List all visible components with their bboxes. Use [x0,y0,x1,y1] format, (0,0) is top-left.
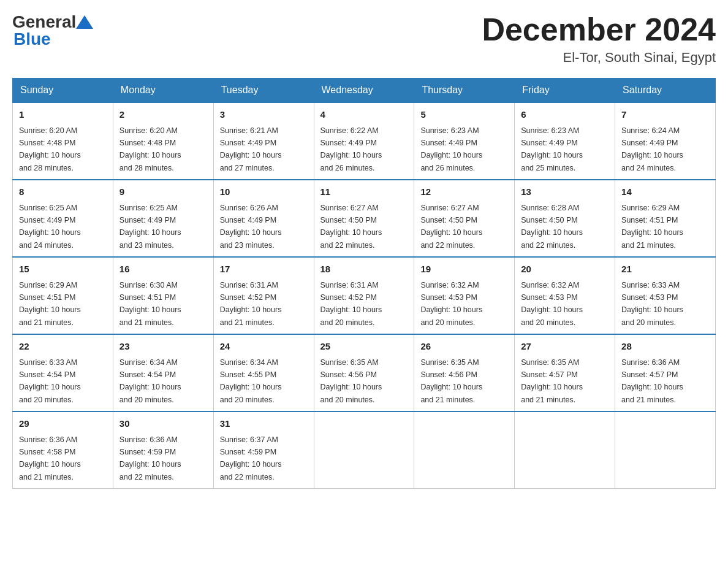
calendar-cell [414,412,515,489]
calendar-cell: 14 Sunrise: 6:29 AMSunset: 4:51 PMDaylig… [615,180,716,257]
day-info: Sunrise: 6:33 AMSunset: 4:54 PMDaylight:… [19,358,81,404]
day-info: Sunrise: 6:27 AMSunset: 4:50 PMDaylight:… [320,204,382,250]
title-section: December 2024 El-Tor, South Sinai, Egypt [482,12,716,66]
calendar-cell: 23 Sunrise: 6:34 AMSunset: 4:54 PMDaylig… [113,334,213,412]
calendar-cell: 18 Sunrise: 6:31 AMSunset: 4:52 PMDaylig… [314,257,414,334]
day-number: 4 [320,108,408,122]
calendar-cell: 12 Sunrise: 6:27 AMSunset: 4:50 PMDaylig… [414,180,515,257]
day-number: 30 [119,417,207,431]
weekday-header-sunday: Sunday [13,79,113,103]
day-info: Sunrise: 6:35 AMSunset: 4:56 PMDaylight:… [320,358,382,404]
day-info: Sunrise: 6:32 AMSunset: 4:53 PMDaylight:… [521,281,583,327]
day-number: 1 [19,108,107,122]
calendar-cell: 22 Sunrise: 6:33 AMSunset: 4:54 PMDaylig… [13,334,113,412]
weekday-header-row: SundayMondayTuesdayWednesdayThursdayFrid… [13,79,716,103]
calendar-cell: 16 Sunrise: 6:30 AMSunset: 4:51 PMDaylig… [113,257,213,334]
calendar-cell: 30 Sunrise: 6:36 AMSunset: 4:59 PMDaylig… [113,412,213,489]
logo-icon [76,15,93,29]
day-info: Sunrise: 6:35 AMSunset: 4:57 PMDaylight:… [521,358,583,404]
calendar-cell: 1 Sunrise: 6:20 AMSunset: 4:48 PMDayligh… [13,102,113,180]
weekday-header-thursday: Thursday [414,79,515,103]
logo: General Blue [12,12,93,49]
day-number: 21 [621,262,709,277]
day-number: 29 [19,417,107,431]
weekday-header-friday: Friday [515,79,615,103]
day-number: 13 [521,185,609,199]
day-number: 25 [320,340,408,354]
day-number: 7 [621,108,709,122]
day-number: 28 [621,340,709,354]
day-info: Sunrise: 6:25 AMSunset: 4:49 PMDaylight:… [19,204,81,250]
day-number: 26 [420,340,508,354]
calendar-cell: 21 Sunrise: 6:33 AMSunset: 4:53 PMDaylig… [615,257,716,334]
calendar-cell: 7 Sunrise: 6:24 AMSunset: 4:49 PMDayligh… [615,102,716,180]
page-header: General Blue December 2024 El-Tor, South… [12,12,716,66]
day-number: 3 [220,108,308,122]
day-number: 9 [119,185,207,199]
calendar-cell [615,412,716,489]
day-number: 31 [220,417,308,431]
calendar-cell: 20 Sunrise: 6:32 AMSunset: 4:53 PMDaylig… [515,257,615,334]
calendar-cell: 13 Sunrise: 6:28 AMSunset: 4:50 PMDaylig… [515,180,615,257]
calendar-cell: 2 Sunrise: 6:20 AMSunset: 4:48 PMDayligh… [113,102,213,180]
calendar-cell: 11 Sunrise: 6:27 AMSunset: 4:50 PMDaylig… [314,180,414,257]
day-info: Sunrise: 6:28 AMSunset: 4:50 PMDaylight:… [521,204,583,250]
day-info: Sunrise: 6:20 AMSunset: 4:48 PMDaylight:… [19,126,81,172]
calendar-cell: 10 Sunrise: 6:26 AMSunset: 4:49 PMDaylig… [213,180,314,257]
calendar-cell: 26 Sunrise: 6:35 AMSunset: 4:56 PMDaylig… [414,334,515,412]
weekday-header-wednesday: Wednesday [314,79,414,103]
day-info: Sunrise: 6:31 AMSunset: 4:52 PMDaylight:… [220,281,282,327]
day-info: Sunrise: 6:37 AMSunset: 4:59 PMDaylight:… [220,435,282,481]
calendar-cell: 15 Sunrise: 6:29 AMSunset: 4:51 PMDaylig… [13,257,113,334]
day-number: 5 [420,108,508,122]
day-number: 27 [521,340,609,354]
day-number: 18 [320,262,408,277]
day-number: 24 [220,340,308,354]
day-number: 15 [19,262,107,277]
day-number: 11 [320,185,408,199]
day-info: Sunrise: 6:36 AMSunset: 4:58 PMDaylight:… [19,435,81,481]
calendar-cell: 29 Sunrise: 6:36 AMSunset: 4:58 PMDaylig… [13,412,113,489]
day-info: Sunrise: 6:34 AMSunset: 4:54 PMDaylight:… [119,358,181,404]
calendar-cell [515,412,615,489]
day-info: Sunrise: 6:22 AMSunset: 4:49 PMDaylight:… [320,126,382,172]
calendar-cell: 24 Sunrise: 6:34 AMSunset: 4:55 PMDaylig… [213,334,314,412]
logo-blue-text: Blue [13,29,51,49]
calendar-week-row: 29 Sunrise: 6:36 AMSunset: 4:58 PMDaylig… [13,412,716,489]
day-info: Sunrise: 6:20 AMSunset: 4:48 PMDaylight:… [119,126,181,172]
month-title: December 2024 [482,12,716,47]
day-info: Sunrise: 6:23 AMSunset: 4:49 PMDaylight:… [420,126,482,172]
day-number: 23 [119,340,207,354]
location-title: El-Tor, South Sinai, Egypt [482,50,716,66]
day-info: Sunrise: 6:25 AMSunset: 4:49 PMDaylight:… [119,204,181,250]
weekday-header-saturday: Saturday [615,79,716,103]
day-number: 22 [19,340,107,354]
day-info: Sunrise: 6:27 AMSunset: 4:50 PMDaylight:… [420,204,482,250]
calendar-cell: 4 Sunrise: 6:22 AMSunset: 4:49 PMDayligh… [314,102,414,180]
day-info: Sunrise: 6:33 AMSunset: 4:53 PMDaylight:… [621,281,683,327]
day-number: 17 [220,262,308,277]
weekday-header-tuesday: Tuesday [213,79,314,103]
day-number: 16 [119,262,207,277]
day-info: Sunrise: 6:35 AMSunset: 4:56 PMDaylight:… [420,358,482,404]
day-info: Sunrise: 6:29 AMSunset: 4:51 PMDaylight:… [621,204,683,250]
calendar-cell: 19 Sunrise: 6:32 AMSunset: 4:53 PMDaylig… [414,257,515,334]
day-info: Sunrise: 6:24 AMSunset: 4:49 PMDaylight:… [621,126,683,172]
calendar-cell: 5 Sunrise: 6:23 AMSunset: 4:49 PMDayligh… [414,102,515,180]
calendar-week-row: 1 Sunrise: 6:20 AMSunset: 4:48 PMDayligh… [13,102,716,180]
day-info: Sunrise: 6:30 AMSunset: 4:51 PMDaylight:… [119,281,181,327]
calendar-cell: 17 Sunrise: 6:31 AMSunset: 4:52 PMDaylig… [213,257,314,334]
calendar-cell: 25 Sunrise: 6:35 AMSunset: 4:56 PMDaylig… [314,334,414,412]
day-info: Sunrise: 6:29 AMSunset: 4:51 PMDaylight:… [19,281,81,327]
day-number: 12 [420,185,508,199]
day-info: Sunrise: 6:21 AMSunset: 4:49 PMDaylight:… [220,126,282,172]
day-info: Sunrise: 6:23 AMSunset: 4:49 PMDaylight:… [521,126,583,172]
calendar-cell: 27 Sunrise: 6:35 AMSunset: 4:57 PMDaylig… [515,334,615,412]
calendar-cell [314,412,414,489]
day-number: 6 [521,108,609,122]
calendar-cell: 3 Sunrise: 6:21 AMSunset: 4:49 PMDayligh… [213,102,314,180]
day-info: Sunrise: 6:31 AMSunset: 4:52 PMDaylight:… [320,281,382,327]
day-number: 8 [19,185,107,199]
calendar-cell: 9 Sunrise: 6:25 AMSunset: 4:49 PMDayligh… [113,180,213,257]
day-number: 10 [220,185,308,199]
